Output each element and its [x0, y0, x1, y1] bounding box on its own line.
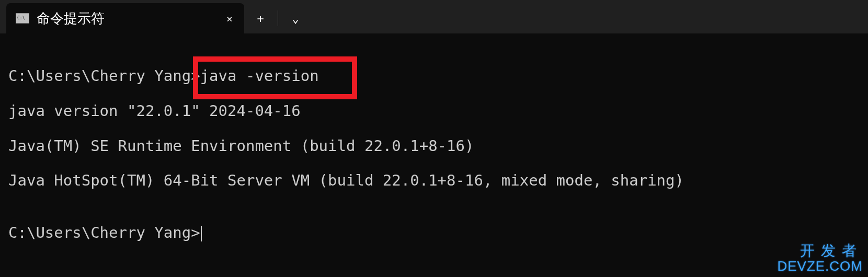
terminal-line: C:\Users\Cherry Yang>java -version [8, 67, 860, 85]
new-tab-button[interactable]: + [244, 3, 277, 33]
terminal-line: java version "22.0.1" 2024-04-16 [8, 102, 860, 120]
window-titlebar: C:\ 命令提示符 ✕ + ⌄ [0, 0, 868, 33]
watermark-cn: 开发者 [777, 243, 863, 259]
tab-title: 命令提示符 [37, 9, 219, 28]
chevron-down-icon: ⌄ [292, 12, 299, 25]
tab-dropdown-button[interactable]: ⌄ [279, 3, 312, 33]
terminal-line: Java(TM) SE Runtime Environment (build 2… [8, 137, 860, 155]
cursor [201, 226, 202, 241]
terminal-output[interactable]: C:\Users\Cherry Yang>java -version java … [0, 33, 868, 268]
divider [278, 10, 278, 26]
terminal-prompt: C:\Users\Cherry Yang> [8, 224, 860, 241]
tab-actions: + ⌄ [244, 3, 312, 33]
tab-close-button[interactable]: ✕ [219, 8, 240, 29]
watermark-en: DEVZE.COM [777, 259, 863, 274]
terminal-line: Java HotSpot(TM) 64-Bit Server VM (build… [8, 172, 860, 189]
close-icon: ✕ [227, 13, 233, 24]
plus-icon: + [257, 12, 264, 25]
watermark: 开发者 DEVZE.COM [777, 243, 863, 274]
terminal-tab[interactable]: C:\ 命令提示符 ✕ [6, 3, 244, 33]
cmd-icon: C:\ [16, 13, 29, 24]
